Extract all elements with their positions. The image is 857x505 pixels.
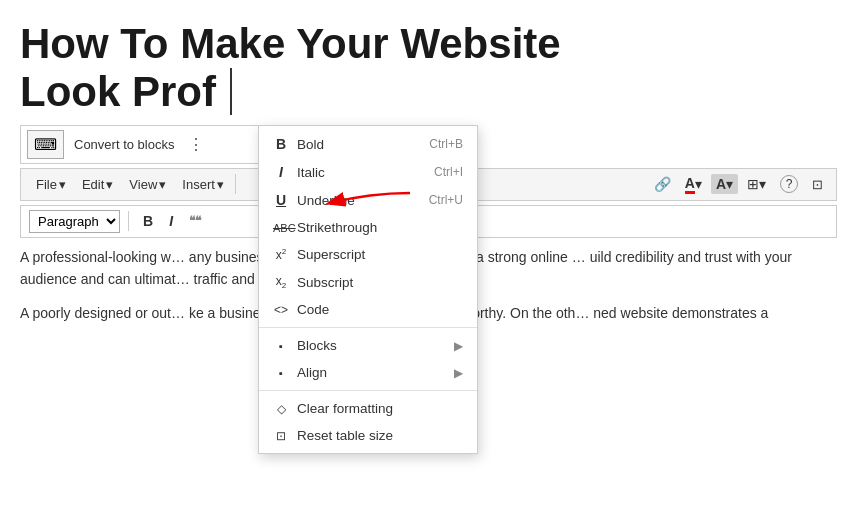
menu-item-bold[interactable]: B Bold Ctrl+B bbox=[259, 130, 477, 158]
clear-formatting-label: Clear formatting bbox=[297, 401, 393, 416]
bold-menu-label: Bold bbox=[297, 137, 324, 152]
italic-format-btn[interactable]: I bbox=[163, 211, 179, 231]
subscript-menu-icon: x2 bbox=[273, 274, 289, 290]
bold-shortcut: Ctrl+B bbox=[429, 137, 463, 151]
toolbar-right-icons: 🔗 A ▾ A ▾ ⊞ ▾ ? ⊡ bbox=[649, 173, 828, 196]
context-menu: B Bold Ctrl+B I Italic Ctrl+I U Underlin… bbox=[258, 125, 478, 454]
reset-table-label: Reset table size bbox=[297, 428, 393, 443]
bg-color-icon: A bbox=[716, 176, 726, 192]
table-icon-btn[interactable]: ⊞ ▾ bbox=[742, 174, 771, 194]
toolbar-divider-1 bbox=[235, 174, 236, 194]
view-menu-button[interactable]: View ▾ bbox=[122, 174, 173, 195]
code-menu-icon: <> bbox=[273, 303, 289, 317]
menu-item-reset-table[interactable]: ⊡ Reset table size bbox=[259, 422, 477, 449]
reset-table-icon: ⊡ bbox=[273, 429, 289, 443]
subscript-menu-label: Subscript bbox=[297, 275, 353, 290]
font-color-chevron: ▾ bbox=[695, 176, 702, 192]
edit-chevron-icon: ▾ bbox=[106, 177, 113, 192]
menu-item-italic[interactable]: I Italic Ctrl+I bbox=[259, 158, 477, 186]
menu-item-clear-formatting[interactable]: ◇ Clear formatting bbox=[259, 395, 477, 422]
page-title-line2: Look Prof bbox=[20, 68, 837, 116]
align-submenu-arrow: ▶ bbox=[454, 366, 463, 380]
title-cursor bbox=[218, 68, 232, 115]
code-menu-label: Code bbox=[297, 302, 329, 317]
blocks-menu-icon: ▪ bbox=[273, 340, 289, 352]
align-menu-icon: ▪ bbox=[273, 367, 289, 379]
classic-editor-bar: ⌨ Convert to blocks ⋮ bbox=[20, 125, 280, 164]
paragraph-select[interactable]: Paragraph bbox=[29, 210, 120, 233]
more-options-button[interactable]: ⋮ bbox=[184, 133, 208, 156]
quote-format-btn[interactable]: ❝❝ bbox=[183, 212, 207, 230]
page-title-line1: How To Make Your Website bbox=[20, 20, 837, 68]
format-divider-1 bbox=[128, 211, 129, 231]
superscript-menu-label: Superscript bbox=[297, 247, 365, 262]
italic-menu-label: Italic bbox=[297, 165, 325, 180]
toolbar-group-menus: File ▾ Edit ▾ View ▾ Insert ▾ bbox=[29, 174, 231, 195]
menu-item-code[interactable]: <> Code bbox=[259, 296, 477, 323]
convert-to-blocks-button[interactable]: Convert to blocks bbox=[70, 135, 178, 154]
view-chevron-icon: ▾ bbox=[159, 177, 166, 192]
underline-menu-icon: U bbox=[273, 192, 289, 208]
font-color-icon: A bbox=[685, 175, 695, 194]
page-content: How To Make Your Website Look Prof ⌨ Con… bbox=[0, 0, 857, 347]
insert-menu-button[interactable]: Insert ▾ bbox=[175, 174, 231, 195]
file-chevron-icon: ▾ bbox=[59, 177, 66, 192]
table-chevron: ▾ bbox=[759, 176, 766, 192]
blocks-menu-label: Blocks bbox=[297, 338, 337, 353]
italic-menu-icon: I bbox=[273, 164, 289, 180]
menu-item-align[interactable]: ▪ Align ▶ bbox=[259, 359, 477, 386]
file-menu-button[interactable]: File ▾ bbox=[29, 174, 73, 195]
table-icon: ⊞ bbox=[747, 176, 759, 192]
italic-shortcut: Ctrl+I bbox=[434, 165, 463, 179]
strikethrough-menu-label: Strikethrough bbox=[297, 220, 377, 235]
bg-color-chevron: ▾ bbox=[726, 176, 733, 192]
align-menu-label: Align bbox=[297, 365, 327, 380]
menu-item-superscript[interactable]: x2 Superscript bbox=[259, 241, 477, 268]
menu-separator-1 bbox=[259, 327, 477, 328]
edit-menu-button[interactable]: Edit ▾ bbox=[75, 174, 120, 195]
help-icon-btn[interactable]: ? bbox=[775, 173, 803, 195]
keyboard-icon: ⌨ bbox=[34, 135, 57, 154]
menu-separator-2 bbox=[259, 390, 477, 391]
help-icon: ? bbox=[780, 175, 798, 193]
font-color-btn[interactable]: A ▾ bbox=[680, 173, 707, 196]
underline-shortcut: Ctrl+U bbox=[429, 193, 463, 207]
source-icon: ⊡ bbox=[812, 177, 823, 192]
bold-menu-icon: B bbox=[273, 136, 289, 152]
blocks-submenu-arrow: ▶ bbox=[454, 339, 463, 353]
menu-item-strikethrough[interactable]: ABC Strikethrough bbox=[259, 214, 477, 241]
keyboard-icon-btn[interactable]: ⌨ bbox=[27, 130, 64, 159]
menu-item-subscript[interactable]: x2 Subscript bbox=[259, 268, 477, 296]
menu-item-underline[interactable]: U Underline Ctrl+U bbox=[259, 186, 477, 214]
bold-format-btn[interactable]: B bbox=[137, 211, 159, 231]
source-icon-btn[interactable]: ⊡ bbox=[807, 175, 828, 194]
link-icon: 🔗 bbox=[654, 176, 671, 192]
superscript-menu-icon: x2 bbox=[273, 247, 289, 262]
strikethrough-menu-icon: ABC bbox=[273, 222, 289, 234]
insert-chevron-icon: ▾ bbox=[217, 177, 224, 192]
bg-color-btn[interactable]: A ▾ bbox=[711, 174, 738, 194]
clear-formatting-icon: ◇ bbox=[273, 402, 289, 416]
underline-menu-label: Underline bbox=[297, 193, 355, 208]
link-icon-btn[interactable]: 🔗 bbox=[649, 174, 676, 194]
menu-item-blocks[interactable]: ▪ Blocks ▶ bbox=[259, 332, 477, 359]
